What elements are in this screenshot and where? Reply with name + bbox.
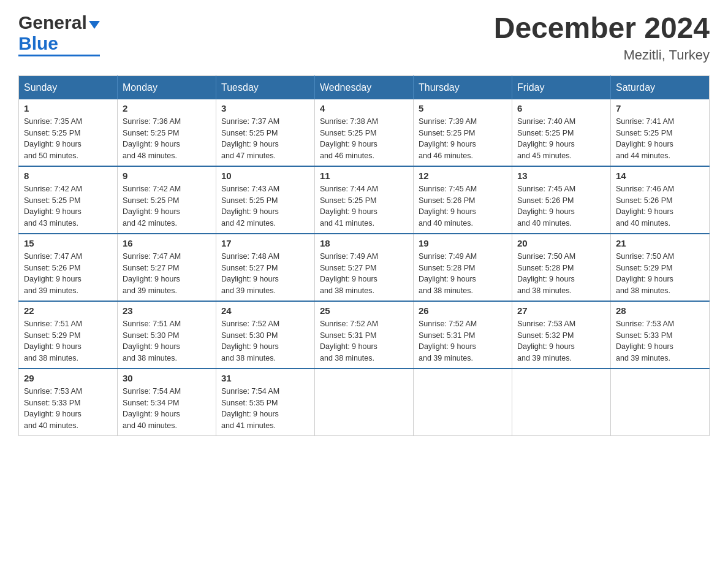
day-info: Sunrise: 7:37 AM Sunset: 5:25 PM Dayligh… <box>221 116 309 162</box>
day-number: 1 <box>24 103 112 113</box>
calendar-empty-cell <box>315 369 414 436</box>
day-number: 8 <box>24 170 112 181</box>
calendar-day-cell: 9 Sunrise: 7:42 AM Sunset: 5:25 PM Dayli… <box>118 166 216 234</box>
day-info: Sunrise: 7:54 AM Sunset: 5:34 PM Dayligh… <box>123 386 211 432</box>
calendar-week-row: 1 Sunrise: 7:35 AM Sunset: 5:25 PM Dayli… <box>19 99 710 166</box>
day-info: Sunrise: 7:41 AM Sunset: 5:25 PM Dayligh… <box>616 116 704 162</box>
calendar-week-row: 22 Sunrise: 7:51 AM Sunset: 5:29 PM Dayl… <box>19 301 710 369</box>
calendar-day-cell: 18 Sunrise: 7:49 AM Sunset: 5:27 PM Dayl… <box>315 234 414 301</box>
day-info: Sunrise: 7:53 AM Sunset: 5:33 PM Dayligh… <box>616 318 704 364</box>
calendar-day-cell: 10 Sunrise: 7:43 AM Sunset: 5:25 PM Dayl… <box>216 166 315 234</box>
day-info: Sunrise: 7:49 AM Sunset: 5:27 PM Dayligh… <box>320 251 408 297</box>
day-info: Sunrise: 7:50 AM Sunset: 5:28 PM Dayligh… <box>517 251 605 297</box>
day-info: Sunrise: 7:54 AM Sunset: 5:35 PM Dayligh… <box>221 386 309 432</box>
calendar-day-cell: 16 Sunrise: 7:47 AM Sunset: 5:27 PM Dayl… <box>118 234 216 301</box>
day-number: 22 <box>24 305 112 316</box>
day-info: Sunrise: 7:36 AM Sunset: 5:25 PM Dayligh… <box>123 116 211 162</box>
calendar-table: SundayMondayTuesdayWednesdayThursdayFrid… <box>18 75 710 436</box>
day-number: 10 <box>221 170 309 181</box>
calendar-day-cell: 22 Sunrise: 7:51 AM Sunset: 5:29 PM Dayl… <box>19 301 118 369</box>
calendar-week-row: 8 Sunrise: 7:42 AM Sunset: 5:25 PM Dayli… <box>19 166 710 234</box>
day-number: 26 <box>419 305 507 316</box>
day-info: Sunrise: 7:52 AM Sunset: 5:31 PM Dayligh… <box>419 318 507 364</box>
day-info: Sunrise: 7:43 AM Sunset: 5:25 PM Dayligh… <box>221 183 309 229</box>
day-of-week-header: Saturday <box>611 75 710 99</box>
day-number: 7 <box>616 103 704 113</box>
calendar-day-cell: 30 Sunrise: 7:54 AM Sunset: 5:34 PM Dayl… <box>118 369 216 436</box>
day-info: Sunrise: 7:46 AM Sunset: 5:26 PM Dayligh… <box>616 183 704 229</box>
calendar-day-cell: 17 Sunrise: 7:48 AM Sunset: 5:27 PM Dayl… <box>216 234 315 301</box>
day-number: 2 <box>123 103 211 113</box>
day-info: Sunrise: 7:40 AM Sunset: 5:25 PM Dayligh… <box>517 116 605 162</box>
calendar-day-cell: 29 Sunrise: 7:53 AM Sunset: 5:33 PM Dayl… <box>19 369 118 436</box>
day-number: 9 <box>123 170 211 181</box>
logo-underline <box>18 55 100 56</box>
day-number: 5 <box>419 103 507 113</box>
logo: General Blue <box>18 12 100 56</box>
day-number: 27 <box>517 305 605 316</box>
day-info: Sunrise: 7:51 AM Sunset: 5:29 PM Dayligh… <box>24 318 112 364</box>
day-info: Sunrise: 7:38 AM Sunset: 5:25 PM Dayligh… <box>320 116 408 162</box>
day-info: Sunrise: 7:44 AM Sunset: 5:25 PM Dayligh… <box>320 183 408 229</box>
day-info: Sunrise: 7:52 AM Sunset: 5:30 PM Dayligh… <box>221 318 309 364</box>
calendar-day-cell: 15 Sunrise: 7:47 AM Sunset: 5:26 PM Dayl… <box>19 234 118 301</box>
day-info: Sunrise: 7:35 AM Sunset: 5:25 PM Dayligh… <box>24 116 112 162</box>
day-number: 31 <box>221 373 309 383</box>
calendar-empty-cell <box>611 369 710 436</box>
day-number: 6 <box>517 103 605 113</box>
calendar-header-row: SundayMondayTuesdayWednesdayThursdayFrid… <box>19 75 710 99</box>
calendar-day-cell: 5 Sunrise: 7:39 AM Sunset: 5:25 PM Dayli… <box>414 99 512 166</box>
day-number: 30 <box>123 373 211 383</box>
day-number: 28 <box>616 305 704 316</box>
calendar-day-cell: 19 Sunrise: 7:49 AM Sunset: 5:28 PM Dayl… <box>414 234 512 301</box>
calendar-day-cell: 26 Sunrise: 7:52 AM Sunset: 5:31 PM Dayl… <box>414 301 512 369</box>
day-number: 21 <box>616 238 704 248</box>
day-number: 4 <box>320 103 408 113</box>
day-info: Sunrise: 7:50 AM Sunset: 5:29 PM Dayligh… <box>616 251 704 297</box>
calendar-day-cell: 31 Sunrise: 7:54 AM Sunset: 5:35 PM Dayl… <box>216 369 315 436</box>
month-title: December 2024 <box>494 12 710 45</box>
calendar-day-cell: 1 Sunrise: 7:35 AM Sunset: 5:25 PM Dayli… <box>19 99 118 166</box>
calendar-day-cell: 25 Sunrise: 7:52 AM Sunset: 5:31 PM Dayl… <box>315 301 414 369</box>
calendar-day-cell: 4 Sunrise: 7:38 AM Sunset: 5:25 PM Dayli… <box>315 99 414 166</box>
page-header: General Blue December 2024 Mezitli, Turk… <box>18 12 710 63</box>
day-of-week-header: Friday <box>512 75 611 99</box>
calendar-day-cell: 27 Sunrise: 7:53 AM Sunset: 5:32 PM Dayl… <box>512 301 611 369</box>
day-number: 18 <box>320 238 408 248</box>
day-number: 25 <box>320 305 408 316</box>
calendar-day-cell: 2 Sunrise: 7:36 AM Sunset: 5:25 PM Dayli… <box>118 99 216 166</box>
day-number: 14 <box>616 170 704 181</box>
logo-blue-text: Blue <box>18 33 58 53</box>
day-of-week-header: Tuesday <box>216 75 315 99</box>
calendar-day-cell: 14 Sunrise: 7:46 AM Sunset: 5:26 PM Dayl… <box>611 166 710 234</box>
calendar-day-cell: 8 Sunrise: 7:42 AM Sunset: 5:25 PM Dayli… <box>19 166 118 234</box>
day-number: 11 <box>320 170 408 181</box>
day-info: Sunrise: 7:53 AM Sunset: 5:33 PM Dayligh… <box>24 386 112 432</box>
day-info: Sunrise: 7:47 AM Sunset: 5:27 PM Dayligh… <box>123 251 211 297</box>
day-info: Sunrise: 7:53 AM Sunset: 5:32 PM Dayligh… <box>517 318 605 364</box>
location-text: Mezitli, Turkey <box>494 47 710 63</box>
calendar-day-cell: 21 Sunrise: 7:50 AM Sunset: 5:29 PM Dayl… <box>611 234 710 301</box>
calendar-day-cell: 12 Sunrise: 7:45 AM Sunset: 5:26 PM Dayl… <box>414 166 512 234</box>
calendar-day-cell: 7 Sunrise: 7:41 AM Sunset: 5:25 PM Dayli… <box>611 99 710 166</box>
logo-triangle-icon <box>89 21 100 29</box>
day-number: 16 <box>123 238 211 248</box>
day-of-week-header: Wednesday <box>315 75 414 99</box>
logo-general-text: General <box>18 12 87 33</box>
day-info: Sunrise: 7:52 AM Sunset: 5:31 PM Dayligh… <box>320 318 408 364</box>
calendar-day-cell: 11 Sunrise: 7:44 AM Sunset: 5:25 PM Dayl… <box>315 166 414 234</box>
day-number: 20 <box>517 238 605 248</box>
day-number: 23 <box>123 305 211 316</box>
day-number: 15 <box>24 238 112 248</box>
calendar-day-cell: 20 Sunrise: 7:50 AM Sunset: 5:28 PM Dayl… <box>512 234 611 301</box>
day-of-week-header: Monday <box>118 75 216 99</box>
calendar-day-cell: 3 Sunrise: 7:37 AM Sunset: 5:25 PM Dayli… <box>216 99 315 166</box>
day-info: Sunrise: 7:39 AM Sunset: 5:25 PM Dayligh… <box>419 116 507 162</box>
calendar-day-cell: 6 Sunrise: 7:40 AM Sunset: 5:25 PM Dayli… <box>512 99 611 166</box>
calendar-day-cell: 24 Sunrise: 7:52 AM Sunset: 5:30 PM Dayl… <box>216 301 315 369</box>
day-info: Sunrise: 7:45 AM Sunset: 5:26 PM Dayligh… <box>419 183 507 229</box>
day-info: Sunrise: 7:47 AM Sunset: 5:26 PM Dayligh… <box>24 251 112 297</box>
day-info: Sunrise: 7:49 AM Sunset: 5:28 PM Dayligh… <box>419 251 507 297</box>
title-section: December 2024 Mezitli, Turkey <box>494 12 710 63</box>
calendar-day-cell: 28 Sunrise: 7:53 AM Sunset: 5:33 PM Dayl… <box>611 301 710 369</box>
